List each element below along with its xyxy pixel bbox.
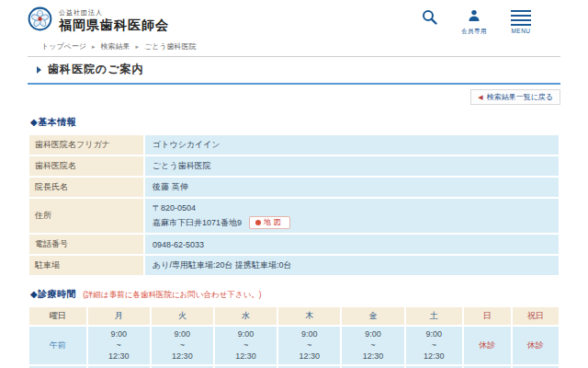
schedule-cell: 9:00 ~ 12:30 <box>406 327 463 364</box>
org-title: 福岡県歯科医師会 <box>59 17 169 34</box>
row-label: 住所 <box>29 199 143 233</box>
brand[interactable]: 公益社団法人 福岡県歯科医師会 <box>28 6 169 35</box>
schedule-cell: 9:00 ~ 12:30 <box>278 327 340 364</box>
row-value: ごとう歯科医院 <box>145 156 559 176</box>
row-label: 電話番号 <box>29 235 143 254</box>
menu-label: MENU <box>511 28 530 34</box>
table-row: 歯科医院名フリガナ ゴトウシカイイン <box>29 135 559 155</box>
schedule-heading: ◆診療時間 (詳細は事前に各歯科医院にお問い合わせ下さい。) <box>30 288 560 301</box>
schedule-cell-closed: 休診 <box>464 327 510 364</box>
column-header: 土 <box>406 307 463 325</box>
breadcrumb-separator-icon: ▸ <box>92 43 96 51</box>
address-text: 嘉麻市下臼井1071番地9 <box>153 217 242 229</box>
column-header: 月 <box>88 307 150 325</box>
breadcrumb-link-home[interactable]: トップページ <box>41 41 86 52</box>
schedule-cell: 9:00 ~ 12:30 <box>215 327 277 364</box>
schedule-cell-closed: 休診 <box>513 327 559 364</box>
member-icon <box>468 9 481 26</box>
hamburger-menu-icon <box>511 9 531 26</box>
postal-code: 〒820-0504 <box>153 202 551 214</box>
row-label: 院長氏名 <box>29 178 143 197</box>
row-value: ゴトウシカイイン <box>145 135 559 155</box>
column-header: 曜日 <box>29 307 86 325</box>
row-value: 0948-62-5033 <box>145 235 559 254</box>
breadcrumb: トップページ ▸ 検索結果 ▸ ごとう歯科医院 <box>0 38 588 56</box>
column-header: 火 <box>152 307 213 325</box>
table-row: 住所 〒820-0504 嘉麻市下臼井1071番地9 地図 <box>29 199 559 233</box>
basic-info-heading: ◆基本情報 <box>30 116 560 129</box>
org-subtitle: 公益社団法人 <box>59 8 169 17</box>
member-area-button[interactable]: 会員専用 <box>461 9 487 36</box>
table-row: 歯科医院名 ごとう歯科医院 <box>29 156 559 176</box>
column-header: 日 <box>464 307 510 325</box>
org-logo-icon <box>28 6 52 35</box>
breadcrumb-separator-icon: ▸ <box>135 43 139 51</box>
table-row: 電話番号 0948-62-5033 <box>29 235 559 254</box>
row-label: 歯科医院名 <box>29 156 143 176</box>
schedule-cell: 9:00 ~ 12:30 <box>88 327 150 364</box>
search-button[interactable] <box>422 9 437 29</box>
schedule-note: (詳細は事前に各歯科医院にお問い合わせ下さい。) <box>83 290 261 301</box>
column-header: 水 <box>215 307 277 325</box>
map-marker-icon <box>255 220 261 225</box>
row-label: 歯科医院名フリガナ <box>29 135 143 155</box>
row-label: 午前 <box>29 327 86 364</box>
row-value: 〒820-0504 嘉麻市下臼井1071番地9 地図 <box>145 199 559 233</box>
site-header: 公益社団法人 福岡県歯科医師会 会員専用 <box>0 0 588 38</box>
basic-info-table: 歯科医院名フリガナ ゴトウシカイイン 歯科医院名 ごとう歯科医院 院長氏名 後藤… <box>28 133 560 277</box>
page-title-bar: 歯科医院のご案内 <box>28 56 560 85</box>
search-icon <box>422 9 437 29</box>
back-arrow-icon: ◀ <box>478 94 482 100</box>
schedule-table: 曜日 月 火 水 木 金 土 日 祝日 午前 9:00 ~ 12:30 9:00… <box>28 305 560 368</box>
schedule-cell: 9:00 ~ 12:30 <box>342 327 403 364</box>
breadcrumb-link-results[interactable]: 検索結果 <box>100 41 130 52</box>
row-label: 駐車場 <box>29 256 143 275</box>
back-to-results-link[interactable]: ◀ 検索結果一覧に戻る <box>470 89 560 105</box>
row-value: 後藤 英伸 <box>145 178 559 197</box>
schedule-cell: 9:00 ~ 12:30 <box>152 327 213 364</box>
menu-button[interactable]: MENU <box>511 9 531 34</box>
table-row: 院長氏名 後藤 英伸 <box>29 178 559 197</box>
column-header: 木 <box>278 307 340 325</box>
member-label: 会員専用 <box>461 28 487 36</box>
column-header: 祝日 <box>513 307 559 325</box>
page-title: 歯科医院のご案内 <box>48 62 144 77</box>
breadcrumb-current: ごとう歯科医院 <box>144 41 197 52</box>
table-row: 駐車場 あり/専用駐車場:20台 提携駐車場:0台 <box>29 256 559 275</box>
row-value: あり/専用駐車場:20台 提携駐車場:0台 <box>145 256 559 275</box>
map-button[interactable]: 地図 <box>249 216 290 229</box>
schedule-header-row: 曜日 月 火 水 木 金 土 日 祝日 <box>29 307 559 325</box>
title-arrow-icon <box>37 66 41 74</box>
column-header: 金 <box>342 307 403 325</box>
schedule-row-morning: 午前 9:00 ~ 12:30 9:00 ~ 12:30 9:00 ~ 12:3… <box>29 327 559 364</box>
